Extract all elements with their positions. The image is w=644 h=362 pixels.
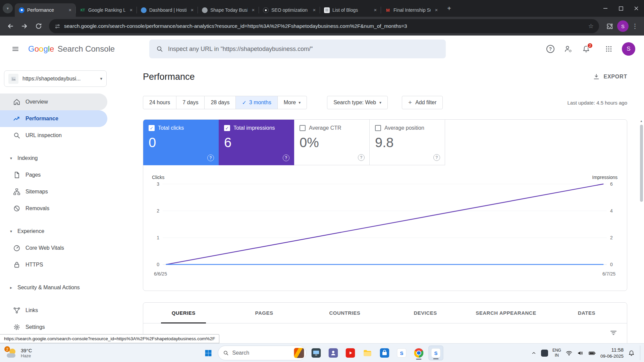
sidebar-section-indexing[interactable]: ▾ Indexing: [0, 150, 111, 167]
help-icon[interactable]: ?: [358, 154, 365, 161]
new-tab-button[interactable]: +: [444, 3, 454, 13]
account-avatar[interactable]: S: [622, 42, 635, 56]
range-more-chip[interactable]: More▾: [277, 96, 307, 109]
wifi-button[interactable]: [566, 350, 573, 357]
weather-widget[interactable]: 2 39°C Haze: [3, 346, 35, 360]
sidebar-item-sitemaps[interactable]: Sitemaps: [0, 183, 107, 200]
tab-search-button[interactable]: ▾: [3, 3, 13, 13]
tab-dates[interactable]: DATES: [546, 303, 627, 323]
tab-search-appearance[interactable]: SEARCH APPEARANCE: [466, 303, 546, 323]
sidebar-item-settings[interactable]: Settings: [0, 319, 107, 336]
tab-pages[interactable]: PAGES: [224, 303, 304, 323]
app-icon-teams[interactable]: [326, 346, 341, 360]
sidebar-item-removals[interactable]: Removals: [0, 200, 107, 217]
scroll-up-arrow[interactable]: ▲: [640, 119, 643, 123]
tab-close-icon[interactable]: ×: [372, 7, 378, 13]
tab-close-icon[interactable]: ×: [128, 7, 134, 13]
start-button[interactable]: [201, 346, 216, 360]
browser-tab-shape-today[interactable]: Shape Today Busines ×: [198, 3, 259, 17]
page-scrollbar[interactable]: ▲: [639, 119, 643, 202]
sidebar-section-security[interactable]: ▸ Security & Manual Actions: [0, 279, 111, 296]
metric-card-average-position[interactable]: Average position 9.8 ?: [370, 120, 445, 165]
tab-queries[interactable]: QUERIES: [143, 303, 224, 323]
browser-tab-seo-optimization[interactable]: SEO optimization rec ×: [259, 3, 320, 17]
help-icon[interactable]: ?: [546, 45, 554, 53]
range-3-months-chip[interactable]: ✓3 months: [235, 96, 277, 109]
sidebar-item-performance[interactable]: Performance: [0, 110, 107, 127]
app-icon-chrome[interactable]: [412, 346, 426, 360]
help-icon[interactable]: ?: [433, 154, 440, 161]
app-icon-notes[interactable]: S: [394, 346, 409, 360]
app-icon-search-console[interactable]: S: [429, 346, 443, 360]
property-selector[interactable]: https://shapetodaybusi... ▾: [4, 70, 107, 87]
hamburger-menu-button[interactable]: [9, 42, 22, 56]
range-28-days-chip[interactable]: 28 days: [204, 96, 235, 109]
tab-close-icon[interactable]: ×: [433, 7, 439, 13]
metric-card-average-ctr[interactable]: Average CTR 0% ?: [294, 120, 370, 165]
range-24-hours-chip[interactable]: 24 hours: [143, 96, 176, 109]
sidebar-section-experience[interactable]: ▾ Experience: [0, 223, 111, 240]
taskbar-search[interactable]: Search: [218, 346, 307, 360]
reload-button[interactable]: [32, 20, 45, 33]
notifications-button[interactable]: 2: [582, 45, 590, 53]
browser-tab-list-of-blogs[interactable]: List of Blogs ×: [320, 3, 381, 17]
checkbox-unchecked[interactable]: [375, 125, 381, 131]
sidebar-item-https[interactable]: HTTPS: [0, 256, 107, 273]
tab-close-icon[interactable]: ×: [67, 7, 73, 13]
user-settings-button[interactable]: [564, 45, 573, 53]
close-button[interactable]: [629, 0, 644, 17]
notifications-tray-button[interactable]: [628, 350, 635, 357]
url-bar[interactable]: search.google.com/search-console/perform…: [49, 19, 599, 33]
sidebar-item-overview[interactable]: Overview: [0, 94, 107, 110]
search-type-chip[interactable]: Search type: Web▾: [327, 96, 388, 109]
checkbox-checked[interactable]: ✓: [149, 125, 155, 131]
sidebar-item-core-web-vitals[interactable]: Core Web Vitals: [0, 240, 107, 256]
sidebar-item-pages[interactable]: Pages: [0, 167, 107, 183]
tray-hidden-app-icon[interactable]: [541, 350, 548, 357]
browser-tab-gmail[interactable]: M Final Internship Sum ×: [381, 3, 442, 17]
chart-plot-area[interactable]: [163, 182, 607, 266]
tab-countries[interactable]: COUNTRIES: [305, 303, 385, 323]
volume-button[interactable]: [577, 350, 584, 357]
tab-devices[interactable]: DEVICES: [385, 303, 466, 323]
add-filter-chip[interactable]: +Add filter: [402, 96, 443, 109]
forward-button[interactable]: [18, 20, 31, 33]
minimize-button[interactable]: [598, 0, 613, 17]
checkbox-checked[interactable]: ✓: [224, 125, 230, 131]
metric-card-total-impressions[interactable]: ✓Total impressions 6 ?: [219, 120, 294, 165]
maximize-button[interactable]: [613, 0, 629, 17]
browser-tab-performance[interactable]: Performance ×: [15, 3, 76, 17]
metric-card-total-clicks[interactable]: ✓Total clicks 0 ?: [143, 120, 219, 165]
search-console-logo[interactable]: Google Search Console: [28, 44, 115, 54]
url-inspect-searchbar[interactable]: [149, 40, 446, 58]
help-icon[interactable]: ?: [283, 155, 289, 161]
language-switcher[interactable]: ENG IN: [552, 348, 561, 358]
filter-rows-icon[interactable]: [609, 329, 618, 337]
help-icon[interactable]: ?: [207, 155, 214, 161]
browser-menu-icon[interactable]: ⋮: [630, 22, 640, 30]
url-inspect-input[interactable]: [168, 46, 439, 53]
scrollbar-thumb[interactable]: [640, 125, 643, 202]
show-desktop-strip[interactable]: [640, 346, 641, 360]
browser-profile-avatar[interactable]: S: [617, 20, 629, 32]
back-button[interactable]: [4, 20, 17, 33]
taskbar-clock[interactable]: 11:58 09-06-2025: [600, 347, 624, 359]
app-icon-file-explorer[interactable]: [360, 346, 375, 360]
bookmark-star-icon[interactable]: ☆: [588, 22, 594, 30]
app-icon-youtube[interactable]: [343, 346, 358, 360]
sidebar-item-links[interactable]: Links: [0, 302, 107, 319]
browser-tab-dashboard[interactable]: Dashboard | Hosting ×: [137, 3, 198, 17]
tab-close-icon[interactable]: ×: [189, 7, 195, 13]
checkbox-unchecked[interactable]: [300, 125, 306, 131]
tab-close-icon[interactable]: ×: [250, 7, 256, 13]
app-icon-store[interactable]: [377, 346, 392, 360]
browser-tab-google-ranking[interactable]: KT Google Ranking Live ×: [76, 3, 137, 17]
google-apps-button[interactable]: [605, 45, 612, 53]
tab-close-icon[interactable]: ×: [311, 7, 317, 13]
app-icon-monitor[interactable]: [309, 346, 324, 360]
extensions-button[interactable]: [603, 20, 616, 33]
tray-expand-button[interactable]: [531, 350, 537, 356]
range-7-days-chip[interactable]: 7 days: [176, 96, 204, 109]
battery-button[interactable]: [588, 349, 596, 357]
export-button[interactable]: EXPORT: [593, 73, 627, 80]
